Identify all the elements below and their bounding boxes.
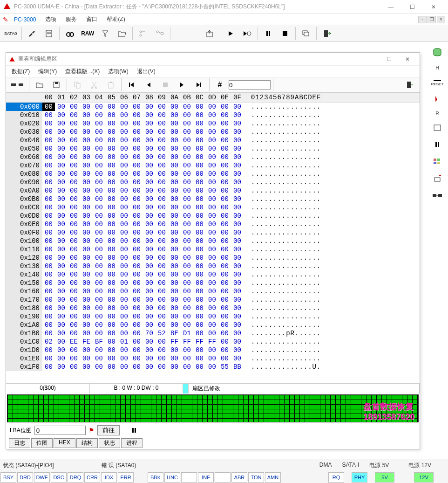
hex-byte[interactable]: 00 [105, 186, 118, 195]
hex-byte[interactable]: 00 [80, 254, 93, 262]
hex-byte[interactable]: 00 [218, 145, 231, 153]
hex-byte[interactable]: 00 [118, 304, 130, 312]
hex-byte[interactable]: 00 [181, 279, 193, 287]
hex-byte[interactable]: 00 [156, 237, 168, 245]
hex-byte[interactable]: 00 [130, 203, 143, 212]
hex-byte[interactable]: 00 [218, 287, 231, 296]
hex-byte[interactable]: 00 [231, 237, 244, 245]
dock-grid-icon[interactable] [430, 156, 445, 166]
hex-byte[interactable]: 00 [130, 287, 143, 296]
hex-byte[interactable]: 00 [105, 321, 118, 329]
hex-byte[interactable]: 00 [105, 237, 118, 245]
hex-byte[interactable]: 00 [143, 296, 156, 304]
hex-byte[interactable]: 00 [206, 153, 218, 161]
hex-byte[interactable]: 00 [42, 262, 55, 270]
lba-pause-icon[interactable] [131, 427, 137, 434]
hex-byte[interactable]: 00 [181, 262, 193, 270]
hex-byte[interactable]: 00 [68, 354, 80, 363]
hex-byte[interactable]: 00 [143, 363, 156, 371]
hex-byte[interactable]: 00 [68, 312, 80, 321]
hex-byte[interactable]: 00 [68, 178, 80, 186]
hex-byte[interactable]: 00 [118, 119, 130, 128]
hex-byte[interactable]: 00 [55, 237, 68, 245]
hex-row[interactable]: 0x08000000000000000000000000000000000...… [6, 170, 420, 178]
hex-body[interactable]: 0x00000000000000000000000000000000000...… [6, 103, 420, 375]
hex-byte[interactable]: 00 [193, 170, 206, 178]
hex-byte[interactable]: 00 [231, 245, 244, 254]
hex-byte[interactable]: 00 [156, 195, 168, 203]
hex-byte[interactable]: 00 [42, 346, 55, 354]
hex-byte[interactable]: 00 [130, 346, 143, 354]
hex-byte[interactable]: 00 [168, 354, 181, 363]
hex-byte[interactable]: 00 [42, 270, 55, 279]
hex-byte[interactable]: FE [80, 338, 93, 346]
hex-byte[interactable]: 00 [181, 153, 193, 161]
hex-byte[interactable]: 00 [143, 279, 156, 287]
hex-byte[interactable]: 00 [231, 212, 244, 220]
hex-byte[interactable]: 00 [80, 279, 93, 287]
hex-byte[interactable]: 00 [181, 346, 193, 354]
hex-byte[interactable]: 00 [168, 145, 181, 153]
hex-byte[interactable]: 00 [156, 296, 168, 304]
hex-byte[interactable]: 00 [193, 287, 206, 296]
hex-byte[interactable]: 00 [168, 128, 181, 136]
hex-byte[interactable]: 00 [143, 145, 156, 153]
hex-byte[interactable]: 00 [168, 203, 181, 212]
hex-byte[interactable]: 00 [55, 363, 68, 371]
hex-row[interactable]: 0x14000000000000000000000000000000000...… [6, 270, 420, 279]
hex-row[interactable]: 0x1B0000000000000000070528ED100000000...… [6, 329, 420, 338]
hex-byte[interactable]: 00 [42, 237, 55, 245]
hex-byte[interactable]: 00 [143, 270, 156, 279]
hex-byte[interactable]: 00 [143, 262, 156, 270]
hex-byte[interactable]: 00 [68, 186, 80, 195]
hex-byte[interactable]: 00 [42, 296, 55, 304]
hex-byte[interactable]: 00 [193, 161, 206, 170]
hex-byte[interactable]: 00 [156, 270, 168, 279]
hex-byte[interactable]: 00 [118, 195, 130, 203]
hex-row[interactable]: 0x1F0000000000000000000000000000055BB...… [6, 363, 420, 371]
hex-byte[interactable]: 00 [105, 262, 118, 270]
hex-row[interactable]: 0x09000000000000000000000000000000000...… [6, 178, 420, 186]
hex-byte[interactable]: 00 [156, 203, 168, 212]
hex-byte[interactable]: 00 [68, 203, 80, 212]
hex-byte[interactable]: 00 [181, 170, 193, 178]
hex-view[interactable]: 000102030405060708090A0B0C0D0E0F 0123456… [6, 93, 420, 383]
hex-byte[interactable]: 52 [156, 329, 168, 338]
hex-byte[interactable]: 00 [93, 103, 105, 111]
hex-byte[interactable]: 00 [68, 103, 80, 111]
hex-byte[interactable]: 00 [206, 304, 218, 312]
hex-byte[interactable]: 00 [80, 203, 93, 212]
hex-byte[interactable]: 00 [181, 237, 193, 245]
hex-row[interactable]: 0x0E000000000000000000000000000000000...… [6, 220, 420, 228]
submenu-options[interactable]: 选项(W) [104, 67, 132, 76]
hex-byte[interactable]: 00 [80, 220, 93, 228]
hex-byte[interactable]: 00 [206, 228, 218, 237]
funnel-icon[interactable] [97, 27, 113, 41]
hex-byte[interactable]: 00 [156, 346, 168, 354]
hex-byte[interactable]: 00 [231, 128, 244, 136]
hex-byte[interactable]: 00 [218, 304, 231, 312]
hex-byte[interactable]: 00 [68, 304, 80, 312]
hex-byte[interactable]: 00 [42, 287, 55, 296]
hex-byte[interactable]: 00 [80, 287, 93, 296]
hex-byte[interactable]: 00 [193, 111, 206, 119]
hex-byte[interactable]: 00 [156, 279, 168, 287]
hex-byte[interactable]: 00 [193, 304, 206, 312]
prev-icon[interactable] [141, 78, 156, 92]
hex-byte[interactable]: 00 [130, 237, 143, 245]
hex-byte[interactable]: 00 [93, 186, 105, 195]
hex-byte[interactable]: 00 [218, 195, 231, 203]
hex-byte[interactable]: 00 [105, 136, 118, 145]
hex-byte[interactable]: 00 [206, 262, 218, 270]
hash-icon[interactable]: # [212, 78, 228, 92]
hex-byte[interactable]: 00 [156, 287, 168, 296]
hex-byte[interactable]: 00 [130, 119, 143, 128]
hex-byte[interactable]: 00 [218, 262, 231, 270]
hex-byte[interactable]: 00 [218, 245, 231, 254]
hex-byte[interactable]: 00 [105, 254, 118, 262]
hex-byte[interactable]: 00 [118, 354, 130, 363]
hex-byte[interactable]: 00 [118, 170, 130, 178]
hex-byte[interactable]: 00 [93, 296, 105, 304]
hex-byte[interactable]: 00 [118, 111, 130, 119]
hex-byte[interactable]: 00 [118, 145, 130, 153]
